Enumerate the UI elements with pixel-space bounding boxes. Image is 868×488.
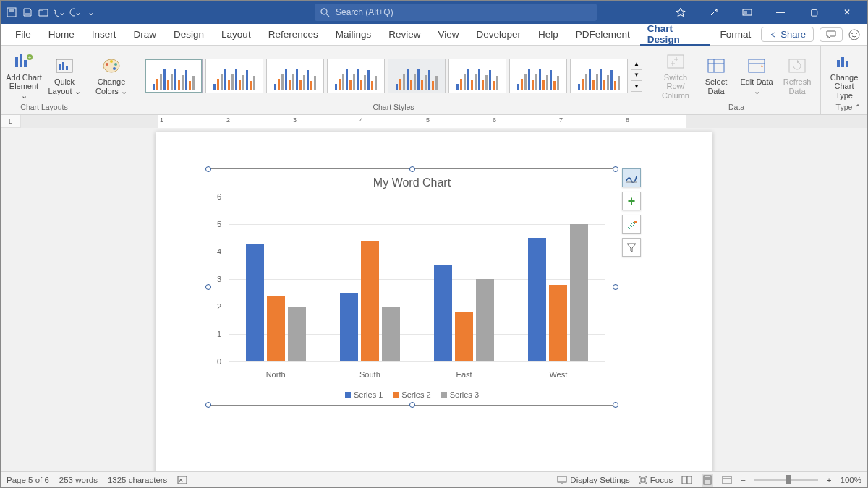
chart-bar[interactable] — [570, 224, 588, 361]
chart-bar[interactable] — [246, 244, 264, 361]
layout-options-button[interactable] — [622, 168, 641, 187]
chart-style-thumb[interactable] — [509, 59, 567, 93]
legend-item[interactable]: Series 3 — [441, 390, 479, 399]
zoom-level[interactable]: 100% — [841, 476, 861, 484]
save-icon[interactable] — [21, 6, 34, 19]
add-chart-element-button[interactable]: +Add Chart Element ⌄ — [5, 50, 43, 102]
tab-mailings[interactable]: Mailings — [328, 24, 379, 46]
open-icon[interactable] — [37, 6, 50, 19]
resize-handle[interactable] — [613, 402, 618, 408]
horizontal-ruler[interactable]: 12345678 — [21, 115, 867, 128]
quick-layout-button[interactable]: Quick Layout ⌄ — [46, 50, 83, 102]
display-settings-button[interactable]: Display Settings — [557, 476, 629, 484]
group-chart-styles: ▲▼▾ Chart Styles — [135, 46, 652, 114]
tab-design[interactable]: Design — [166, 24, 211, 46]
gallery-scroll[interactable]: ▲▼▾ — [631, 59, 642, 93]
resize-handle[interactable] — [205, 166, 211, 172]
chart-bar[interactable] — [340, 293, 358, 361]
premium-icon[interactable] — [665, 1, 697, 24]
chart-bar[interactable] — [382, 307, 400, 361]
spellcheck-icon[interactable] — [177, 475, 189, 485]
collapse-ribbon-icon[interactable]: ⌃ — [854, 103, 861, 113]
qat-more-icon[interactable]: ⌄ — [85, 6, 98, 19]
chart-elements-button[interactable]: + — [622, 192, 641, 210]
zoom-out-button[interactable]: − — [741, 476, 746, 484]
undo-icon[interactable]: ⌄ — [53, 6, 66, 19]
chart-style-thumb[interactable] — [327, 59, 385, 93]
chart-style-thumb[interactable] — [388, 59, 446, 93]
document-page[interactable]: My Word Chart 0123456NorthSouthEastWest … — [156, 132, 712, 471]
chart-style-thumb[interactable] — [266, 59, 324, 93]
tab-pdfelement[interactable]: PDFelement — [569, 24, 637, 46]
tab-draw[interactable]: Draw — [127, 24, 164, 46]
resize-handle[interactable] — [205, 284, 211, 290]
change-chart-type-button[interactable]: Change Chart Type — [825, 50, 863, 102]
chart-style-thumb[interactable] — [205, 59, 263, 93]
legend-item[interactable]: Series 2 — [393, 390, 430, 399]
resize-handle[interactable] — [613, 166, 618, 172]
svg-rect-6 — [744, 11, 747, 14]
tab-review[interactable]: Review — [381, 24, 427, 46]
chart-title[interactable]: My Word Chart — [208, 169, 616, 194]
ribbon-mode-icon[interactable] — [731, 1, 763, 24]
tab-file[interactable]: File — [8, 24, 38, 46]
svg-point-2 — [70, 9, 75, 16]
tab-chart-design[interactable]: Chart Design — [640, 24, 710, 46]
change-colors-button[interactable]: Change Colors ⌄ — [93, 50, 130, 102]
chart-bar[interactable] — [434, 265, 452, 361]
zoom-slider[interactable] — [754, 479, 818, 481]
redo-icon[interactable]: ⌄ — [69, 6, 82, 19]
svg-rect-39 — [704, 476, 711, 484]
char-count[interactable]: 1325 characters — [108, 476, 167, 484]
word-count[interactable]: 253 words — [59, 476, 98, 484]
autosave-icon[interactable] — [5, 6, 18, 19]
chart-filters-button[interactable] — [622, 238, 641, 257]
share-button[interactable]: Share — [761, 27, 814, 42]
chart-style-thumb[interactable] — [145, 59, 203, 93]
chart-bar[interactable] — [288, 307, 306, 361]
resize-handle[interactable] — [409, 402, 415, 408]
focus-button[interactable]: Focus — [639, 476, 673, 484]
chart-bar[interactable] — [528, 238, 546, 361]
chart-bar[interactable] — [455, 312, 473, 361]
chart-bar[interactable] — [476, 279, 494, 361]
page-indicator[interactable]: Page 5 of 6 — [7, 476, 49, 484]
tab-home[interactable]: Home — [41, 24, 82, 46]
coming-soon-icon[interactable] — [698, 1, 730, 24]
tab-format[interactable]: Format — [713, 24, 759, 46]
read-mode-icon[interactable] — [681, 476, 693, 484]
maximize-button[interactable]: ▢ — [798, 1, 830, 24]
feedback-icon[interactable] — [848, 29, 860, 40]
print-layout-icon[interactable] — [702, 474, 713, 487]
chart-object[interactable]: My Word Chart 0123456NorthSouthEastWest … — [208, 168, 616, 406]
chart-styles-button[interactable] — [622, 215, 641, 234]
chart-style-thumb[interactable] — [448, 59, 506, 93]
chart-bar[interactable] — [267, 296, 285, 361]
chart-bar[interactable] — [361, 241, 379, 361]
svg-rect-32 — [841, 57, 844, 67]
resize-handle[interactable] — [409, 166, 415, 172]
comments-icon[interactable] — [820, 27, 843, 42]
web-layout-icon[interactable] — [722, 476, 732, 484]
chart-plot-area[interactable]: 0123456NorthSouthEastWest — [229, 197, 605, 361]
tab-view[interactable]: View — [430, 24, 466, 46]
minimize-button[interactable]: ― — [765, 1, 796, 24]
legend-item[interactable]: Series 1 — [345, 390, 383, 399]
tab-help[interactable]: Help — [531, 24, 566, 46]
group-label-type: Type — [836, 103, 853, 113]
close-button[interactable]: ✕ — [831, 1, 863, 24]
resize-handle[interactable] — [613, 284, 618, 290]
svg-line-4 — [326, 14, 329, 17]
tab-layout[interactable]: Layout — [214, 24, 258, 46]
tab-insert[interactable]: Insert — [85, 24, 124, 46]
chart-bar[interactable] — [549, 285, 567, 361]
zoom-in-button[interactable]: + — [827, 476, 832, 484]
chart-style-thumb[interactable] — [570, 59, 628, 93]
chart-legend[interactable]: Series 1Series 2Series 3 — [208, 390, 616, 399]
edit-data-button[interactable]: Edit Data ⌄ — [738, 50, 775, 102]
tab-references[interactable]: References — [261, 24, 326, 46]
select-data-button[interactable]: Select Data — [697, 50, 735, 102]
resize-handle[interactable] — [205, 402, 211, 408]
tab-developer[interactable]: Developer — [469, 24, 529, 46]
search-box[interactable]: Search (Alt+Q) — [315, 4, 597, 21]
